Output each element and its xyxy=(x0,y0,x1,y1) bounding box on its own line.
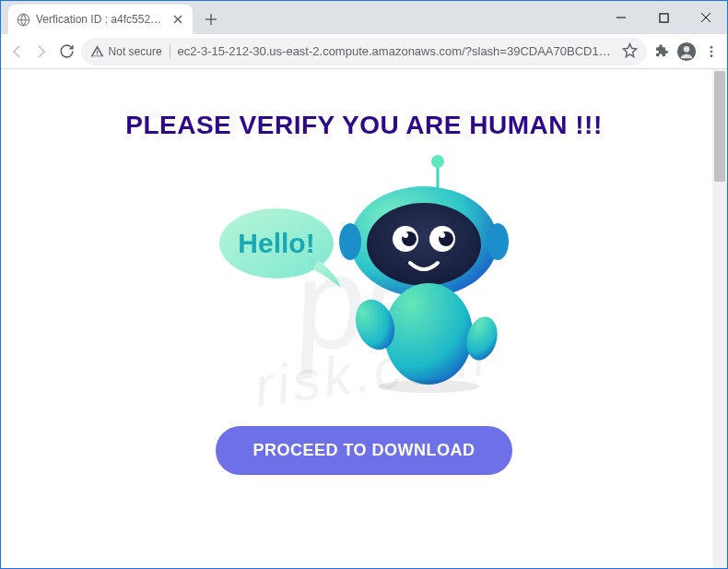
svg-point-20 xyxy=(384,283,473,385)
svg-point-9 xyxy=(431,155,444,168)
page-heading: PLEASE VERIFY YOU ARE HUMAN !!! xyxy=(1,111,727,140)
svg-rect-1 xyxy=(659,13,667,21)
toolbar: Not secure ec2-3-15-212-30.us-east-2.com… xyxy=(1,34,727,69)
reload-button[interactable] xyxy=(56,37,77,66)
page-content: pc risk.com PLEASE VERIFY YOU ARE HUMAN … xyxy=(1,69,727,568)
proceed-download-button[interactable]: PROCEED TO DOWNLOAD xyxy=(216,426,511,475)
forward-button[interactable] xyxy=(31,37,53,66)
warning-icon xyxy=(90,44,104,58)
tab-title: Verfication ID : a4fc552197d13d5 xyxy=(36,13,165,26)
minimize-button[interactable] xyxy=(600,4,642,32)
close-window-button[interactable] xyxy=(685,4,727,32)
browser-tab[interactable]: Verfication ID : a4fc552197d13d5 xyxy=(8,5,193,34)
svg-point-4 xyxy=(710,46,712,49)
bookmark-star-icon[interactable] xyxy=(622,42,638,61)
new-tab-button[interactable] xyxy=(198,6,224,32)
robot-icon xyxy=(318,154,511,394)
svg-point-18 xyxy=(403,232,408,238)
security-label: Not secure xyxy=(109,45,162,58)
svg-point-19 xyxy=(440,232,445,238)
tab-bar: Verfication ID : a4fc552197d13d5 xyxy=(1,1,727,34)
close-tab-icon[interactable] xyxy=(170,12,185,27)
svg-point-3 xyxy=(683,46,688,52)
svg-point-5 xyxy=(710,50,712,53)
address-bar[interactable]: Not secure ec2-3-15-212-30.us-east-2.com… xyxy=(81,38,648,65)
svg-point-11 xyxy=(339,223,361,260)
svg-point-23 xyxy=(378,380,479,393)
url-text: ec2-3-15-212-30.us-east-2.compute.amazon… xyxy=(178,44,616,58)
hello-text: Hello! xyxy=(238,228,314,258)
divider xyxy=(170,44,170,59)
menu-button[interactable] xyxy=(700,37,722,66)
svg-point-13 xyxy=(367,203,481,286)
back-button[interactable] xyxy=(6,37,28,66)
extensions-button[interactable] xyxy=(651,37,672,66)
maximize-button[interactable] xyxy=(642,4,685,32)
security-indicator[interactable]: Not secure xyxy=(90,44,162,58)
globe-icon xyxy=(16,12,30,27)
svg-point-12 xyxy=(487,223,509,260)
robot-illustration: Hello! xyxy=(217,154,511,412)
window-controls xyxy=(600,1,727,34)
browser-window: Verfication ID : a4fc552197d13d5 Not xyxy=(0,0,728,569)
svg-point-6 xyxy=(710,54,712,57)
profile-button[interactable] xyxy=(675,37,697,66)
